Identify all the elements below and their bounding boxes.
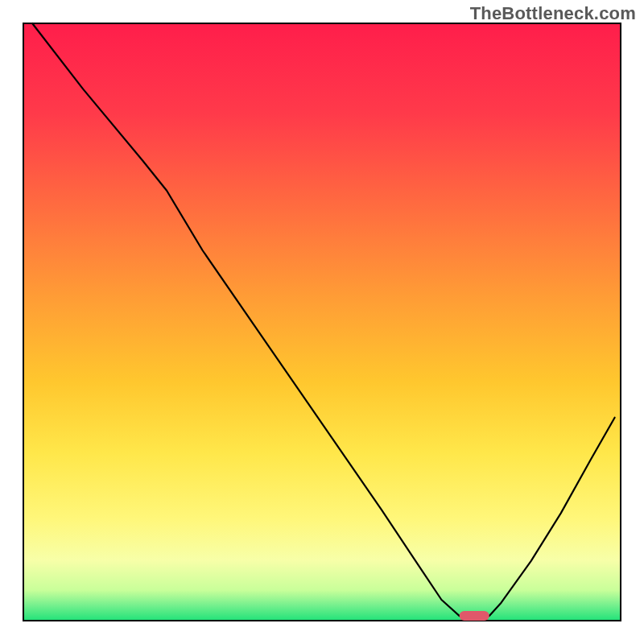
- bottleneck-chart: [0, 0, 644, 644]
- chart-container: TheBottleneck.com: [0, 0, 644, 644]
- optimal-zone-marker: [460, 611, 489, 621]
- plot-gradient-background: [24, 24, 620, 620]
- watermark-label: TheBottleneck.com: [470, 3, 636, 24]
